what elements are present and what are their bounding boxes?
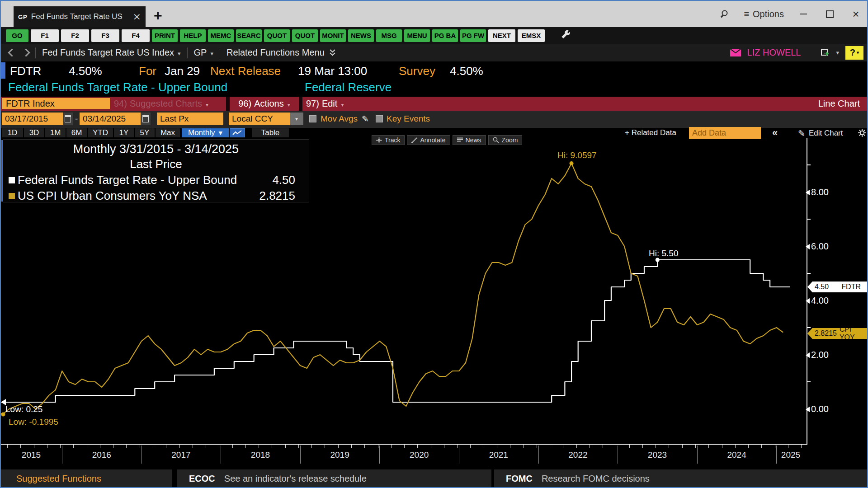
function-key-button[interactable]: NEWS — [348, 29, 374, 42]
function-key-button[interactable]: MEMC — [208, 29, 234, 42]
chevron-down-icon: ▾ — [288, 102, 290, 108]
forward-icon[interactable] — [22, 48, 30, 56]
function-key-button[interactable]: MONIT — [320, 29, 346, 42]
menu-item-number: 94) — [114, 99, 127, 108]
menu-item-actions[interactable]: 96)Actions▾ — [238, 99, 290, 109]
back-icon[interactable] — [8, 48, 16, 56]
news-button[interactable]: News — [453, 135, 486, 145]
date-separator: - — [75, 114, 78, 124]
x-axis-minor-tick — [576, 445, 577, 448]
series-swatch — [9, 177, 15, 183]
menu-item-label: Actions — [254, 99, 284, 108]
gear-icon[interactable] — [858, 128, 867, 137]
chart-tools: Track Annotate News Zoom — [372, 135, 522, 145]
function-key-button[interactable]: QUOT — [292, 29, 318, 42]
annotation-low-cpi: Low: -0.1995 — [9, 417, 58, 427]
x-axis-minor-tick — [484, 445, 484, 448]
period-tab[interactable]: YTD — [88, 128, 113, 137]
function-key-button[interactable]: NEXT — [488, 29, 515, 42]
x-axis-year-separator — [538, 446, 539, 464]
new-tab-button[interactable]: + — [154, 7, 162, 24]
help-button[interactable]: ? ▾ — [845, 46, 863, 60]
legend-row-fdtr[interactable]: Federal Funds Target Rate - Upper Bound … — [3, 173, 309, 187]
function-key-button[interactable]: MSG — [376, 29, 402, 42]
add-data-input[interactable]: Add Data — [689, 127, 761, 139]
mov-avgs-pencil-icon[interactable]: ✎ — [362, 114, 369, 124]
function-key-button[interactable]: SEARC — [236, 29, 262, 42]
restore-button[interactable] — [823, 7, 836, 21]
close-button[interactable]: × — [849, 7, 863, 21]
function-key-button[interactable]: PRINT — [152, 29, 178, 42]
magnifier-icon — [493, 137, 499, 143]
export-window-icon[interactable]: ▾ — [821, 48, 839, 57]
table-button[interactable]: Table — [252, 128, 289, 137]
x-axis-minor-tick — [708, 445, 709, 448]
function-menu[interactable]: GP▾ — [194, 47, 213, 58]
user-name[interactable]: LIZ HOWELL — [747, 47, 801, 58]
options-menu[interactable]: ≡ Options — [744, 9, 784, 19]
message-envelope-icon[interactable] — [730, 49, 741, 56]
menu-segment: 97)Edit▾ — [302, 97, 868, 111]
menu-item-suggested-charts[interactable]: 94)Suggested Charts▾ — [114, 99, 208, 109]
line-chart-icon[interactable] — [230, 128, 245, 137]
security-menu[interactable]: Fed Funds Target Rate US Index▾ — [42, 47, 181, 58]
mov-avgs-label: Mov Avgs — [321, 114, 358, 124]
track-button[interactable]: Track — [372, 135, 405, 145]
suggested-functions-panel[interactable]: Suggested Functions — [1, 469, 172, 488]
function-key-button[interactable]: PG BA — [432, 29, 458, 42]
function-key-button[interactable]: QUOT — [264, 29, 290, 42]
menu-item-edit[interactable]: 97)Edit▾ — [306, 99, 344, 109]
chart-controls-bar: 03/17/2015 - 03/14/2025 Last Px Local CC… — [1, 111, 867, 128]
period-tab[interactable]: Max — [156, 128, 180, 137]
period-tab[interactable]: 6M — [66, 128, 87, 137]
period-tab[interactable]: 1M — [45, 128, 66, 137]
wrench-icon[interactable] — [561, 30, 571, 41]
related-functions-menu[interactable]: Related Functions Menu — [226, 47, 336, 58]
x-axis-year-separator — [379, 446, 380, 464]
price-type-select[interactable]: Last Px — [157, 113, 223, 125]
legend-row-cpi[interactable]: US CPI Urban Consumers YoY NSA 2.8215 — [3, 189, 309, 203]
annotate-button[interactable]: Annotate — [407, 135, 450, 145]
footer-shortcut-ecoc[interactable]: ECOC See an indicator's release schedule — [177, 469, 491, 488]
price-ticker: CPI YOY — [840, 325, 866, 342]
footer-shortcut-fomc[interactable]: FOMC Research FOMC decisions — [494, 469, 867, 488]
date-to-input[interactable]: 03/14/2025 — [80, 113, 141, 125]
related-data-button[interactable]: + Related Data — [625, 128, 682, 137]
terminal-tab[interactable]: GP Fed Funds Target Rate US × — [14, 6, 146, 27]
function-key-button[interactable]: PG FW — [460, 29, 486, 42]
calendar-icon[interactable] — [63, 113, 73, 125]
tab-close-icon[interactable]: × — [133, 12, 141, 22]
currency-dropdown-icon[interactable]: ▾ — [290, 113, 303, 125]
period-tab[interactable]: 1D — [2, 128, 23, 137]
y-axis-tick-label: 6.00 — [811, 241, 829, 252]
function-key-button[interactable]: HELP — [180, 29, 206, 42]
function-key-button[interactable]: F1 — [31, 29, 59, 42]
minimize-button[interactable] — [797, 7, 810, 21]
x-axis-minor-tick — [524, 445, 524, 448]
function-key-button[interactable]: F3 — [91, 29, 119, 42]
collapse-panel-icon[interactable]: « — [772, 127, 778, 139]
ticker-input[interactable]: FDTR Index — [2, 98, 110, 109]
function-key-button[interactable]: GO — [6, 29, 28, 42]
function-key-button[interactable]: F2 — [61, 29, 89, 42]
function-key-button[interactable]: EMSX — [518, 29, 545, 42]
currency-select[interactable]: Local CCY — [229, 113, 290, 125]
function-key-button[interactable]: MENU — [404, 29, 430, 42]
period-tab[interactable]: 3D — [24, 128, 44, 137]
x-axis-minor-tick — [722, 445, 722, 448]
period-tab[interactable]: 5Y — [135, 128, 155, 137]
x-axis-minor-tick — [457, 445, 458, 448]
edit-chart-button[interactable]: ✎ Edit Chart — [798, 128, 843, 138]
y-axis-minor-tick — [807, 273, 811, 274]
frequency-select[interactable]: Monthly ▼ — [182, 128, 229, 137]
function-key-button[interactable]: F4 — [122, 29, 150, 42]
mov-avgs-checkbox[interactable] — [309, 115, 316, 122]
key-events-checkbox[interactable] — [376, 115, 383, 122]
search-icon[interactable] — [717, 7, 731, 21]
x-axis-minor-tick — [259, 445, 259, 448]
period-tab[interactable]: 1Y — [114, 128, 134, 137]
zoom-button[interactable]: Zoom — [488, 135, 523, 145]
date-from-input[interactable]: 03/17/2015 — [2, 113, 63, 125]
calendar-icon[interactable] — [141, 113, 151, 125]
price-ticker: FDTR — [841, 283, 861, 291]
